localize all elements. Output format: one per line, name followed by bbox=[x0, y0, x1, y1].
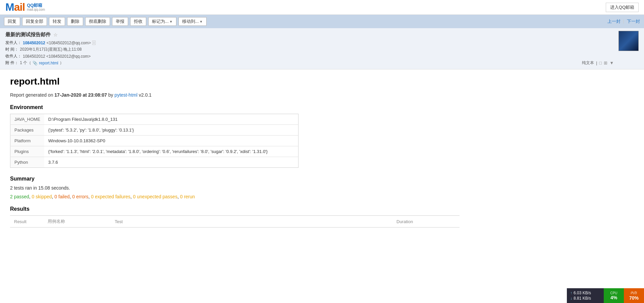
results-section: Results Result 用例名称 Test Duration bbox=[10, 206, 460, 228]
mem-label: 内存 bbox=[631, 291, 637, 295]
unexpected-count: 0 unexpected passes bbox=[133, 194, 177, 199]
view-icon-window[interactable]: □ bbox=[599, 60, 602, 65]
view-icon-more[interactable]: ▼ bbox=[609, 60, 614, 65]
env-table-row: Python3.7.6 bbox=[10, 157, 299, 168]
enter-qq-button[interactable]: 进入QQ邮箱 bbox=[606, 3, 639, 12]
move-to-arrow-icon: ▼ bbox=[200, 20, 203, 23]
sender-email: <1084502012@qq.com> bbox=[47, 41, 91, 45]
env-value: 3.7.6 bbox=[44, 157, 299, 168]
sender-name[interactable]: 1084502012 bbox=[23, 41, 45, 45]
reply-button[interactable]: 回复 bbox=[4, 17, 20, 26]
network-stats: ↑ 6.03 KB/s ↓ 8.81 KB/s bbox=[567, 288, 604, 303]
email-to: 1084502012 <1084502012@qq.com> bbox=[23, 54, 91, 59]
email-time: 2020年1月17日(星期五) 晚上11:08 bbox=[20, 47, 82, 52]
move-to-button[interactable]: 移动到... ▼ bbox=[178, 17, 207, 26]
summary-text: 2 tests ran in 15.08 seconds. bbox=[10, 185, 460, 191]
failed-count: 0 failed bbox=[54, 194, 69, 199]
download-icon: ↓ bbox=[570, 296, 572, 301]
env-key: Packages bbox=[10, 125, 44, 136]
env-value: {'forked': '1.1.3', 'html': '2.0.1', 'me… bbox=[44, 146, 299, 157]
memory-box: 内存 70% bbox=[624, 288, 644, 303]
report-generated-line: Report generated on 17-Jan-2020 at 23:08… bbox=[10, 92, 460, 98]
plain-text-bar: 纯文本 | □ ⊞ ▼ bbox=[582, 60, 614, 66]
logo-qqmail-label: mail.qq.com bbox=[27, 8, 45, 12]
env-key: JAVA_HOME bbox=[10, 114, 44, 125]
mark-as-arrow-icon: ▼ bbox=[169, 20, 173, 23]
col-yongli: 用例名称 bbox=[44, 216, 111, 228]
env-value: {'pytest': '5.3.2', 'py': '1.8.0', 'plug… bbox=[44, 125, 299, 136]
logo-area: Mail QQ邮箱 mail.qq.com bbox=[5, 1, 45, 13]
cpu-label: CPU bbox=[610, 291, 617, 295]
attachment-row: 附 件： 1 个（ 📎 report.html ） bbox=[5, 60, 639, 66]
attachment-count: 1 个（ bbox=[20, 60, 31, 66]
pytest-html-link[interactable]: pytest-html bbox=[114, 92, 137, 98]
to-row: 收件人： 1084502012 <1084502012@qq.com> bbox=[5, 53, 639, 59]
summary-title: Summary bbox=[10, 176, 460, 182]
attachment-close: ） bbox=[60, 60, 64, 66]
logo-qqbox-label: QQ邮箱 bbox=[27, 3, 45, 8]
cpu-box: CPU 4% bbox=[604, 288, 624, 303]
col-result: Result bbox=[10, 216, 44, 228]
delete-button[interactable]: 删除 bbox=[67, 17, 83, 26]
attachment-link[interactable]: report.html bbox=[39, 61, 58, 65]
results-title: Results bbox=[10, 206, 460, 212]
results-table: Result 用例名称 Test Duration bbox=[10, 215, 460, 228]
sender-info-icon[interactable]: i bbox=[92, 41, 96, 45]
summary-counts: 2 passed, 0 skipped, 0 failed, 0 errors,… bbox=[10, 194, 460, 199]
passed-count: 2 passed bbox=[10, 194, 29, 199]
time-row: 时 间： 2020年1月17日(星期五) 晚上11:08 bbox=[5, 47, 639, 52]
upload-row: ↑ 6.03 KB/s bbox=[570, 291, 600, 295]
download-row: ↓ 8.81 KB/s bbox=[570, 296, 600, 301]
view-icon-print[interactable]: ⊞ bbox=[604, 60, 607, 65]
upload-icon: ↑ bbox=[570, 291, 572, 295]
env-table-row: JAVA_HOMED:\Program Files\Java\jdk1.8.0_… bbox=[10, 114, 299, 125]
results-table-head: Result 用例名称 Test Duration bbox=[10, 216, 460, 228]
col-test: Test bbox=[111, 216, 392, 228]
logo-qq-area: QQ邮箱 mail.qq.com bbox=[27, 3, 45, 12]
delete-perm-button[interactable]: 彻底删除 bbox=[85, 17, 110, 26]
report-date: 17-Jan-2020 at 23:08:07 bbox=[54, 92, 107, 98]
mem-value: 70% bbox=[629, 295, 639, 301]
environment-section: Environment JAVA_HOMED:\Program Files\Ja… bbox=[10, 104, 460, 168]
download-speed: 8.81 KB/s bbox=[574, 296, 591, 301]
attachment-icon: 📎 bbox=[33, 61, 38, 65]
environment-table-body: JAVA_HOMED:\Program Files\Java\jdk1.8.0_… bbox=[10, 114, 299, 168]
env-value: Windows-10-10.0.18362-SP0 bbox=[44, 136, 299, 146]
report-button[interactable]: 举报 bbox=[112, 17, 128, 26]
forward-button[interactable]: 转发 bbox=[49, 17, 65, 26]
rerun-count: 0 rerun bbox=[180, 194, 195, 199]
summary-section: Summary 2 tests ran in 15.08 seconds. 2 … bbox=[10, 176, 460, 199]
plain-text-link[interactable]: 纯文本 bbox=[582, 60, 594, 66]
results-header-row: Result 用例名称 Test Duration bbox=[10, 216, 460, 228]
logo-text: Mail bbox=[5, 1, 25, 13]
env-key: Platform bbox=[10, 136, 44, 146]
email-thumbnail bbox=[619, 31, 639, 51]
view-sep: | bbox=[596, 61, 597, 65]
next-email-button[interactable]: 下一封 bbox=[627, 18, 640, 24]
cpu-value: 4% bbox=[610, 295, 617, 300]
upload-speed: 6.03 KB/s bbox=[574, 291, 591, 295]
env-table-row: Plugins{'forked': '1.1.3', 'html': '2.0.… bbox=[10, 146, 299, 157]
nav-arrows: 上一封 | 下一封 bbox=[607, 18, 640, 24]
nav-sep: | bbox=[623, 18, 624, 24]
top-bar: Mail QQ邮箱 mail.qq.com 进入QQ邮箱 bbox=[0, 0, 644, 15]
report-title: report.html bbox=[10, 76, 460, 87]
skipped-count: 0 skipped bbox=[32, 194, 52, 199]
logo-m: M bbox=[5, 1, 14, 13]
environment-table: JAVA_HOMED:\Program Files\Java\jdk1.8.0_… bbox=[10, 114, 299, 168]
email-subject: 最新的测试报告邮件 ☆ bbox=[5, 32, 639, 38]
prev-email-button[interactable]: 上一封 bbox=[607, 18, 621, 24]
logo-ail: ail bbox=[14, 1, 25, 13]
reply-all-button[interactable]: 回复全部 bbox=[22, 17, 47, 26]
toolbar: 回复 回复全部 转发 删除 彻底删除 举报 拒收 标记为... ▼ 移动到...… bbox=[0, 15, 644, 28]
star-icon[interactable]: ☆ bbox=[53, 32, 58, 38]
env-table-row: Packages{'pytest': '5.3.2', 'py': '1.8.0… bbox=[10, 125, 299, 136]
sender-row: 发件人： 1084502012 <1084502012@qq.com> i bbox=[5, 40, 639, 46]
reject-button[interactable]: 拒收 bbox=[130, 17, 146, 26]
status-bar: ↑ 6.03 KB/s ↓ 8.81 KB/s CPU 4% 内存 70% bbox=[567, 288, 644, 303]
mark-as-button[interactable]: 标记为... ▼ bbox=[148, 17, 176, 26]
content-area: report.html Report generated on 17-Jan-2… bbox=[0, 69, 470, 234]
env-table-row: PlatformWindows-10-10.0.18362-SP0 bbox=[10, 136, 299, 146]
env-value: D:\Program Files\Java\jdk1.8.0_131 bbox=[44, 114, 299, 125]
email-meta: 最新的测试报告邮件 ☆ 发件人： 1084502012 <1084502012@… bbox=[0, 28, 644, 69]
